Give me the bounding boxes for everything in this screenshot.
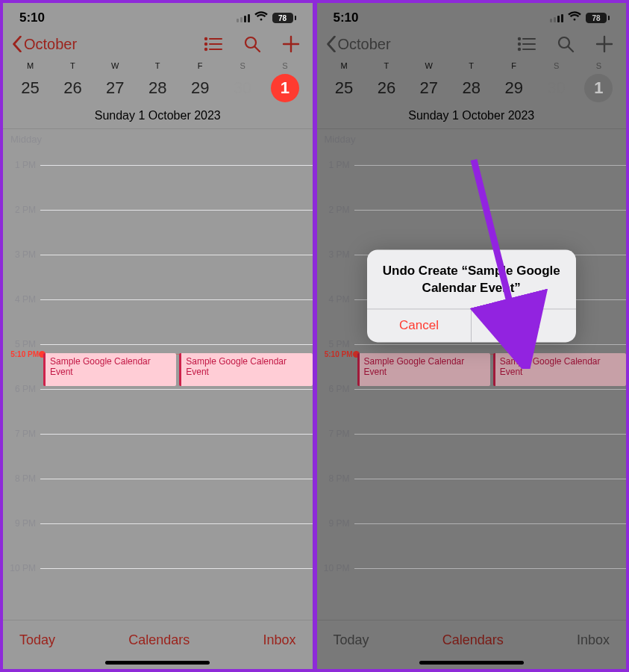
status-bar: 5:10 78 [3,3,313,28]
hour-label: 1 PM [317,160,354,170]
hour-label: 4 PM [317,294,354,305]
inbox-button[interactable]: Inbox [577,632,610,648]
today-button[interactable]: Today [19,632,55,648]
hour-label: 9 PM [317,518,354,529]
day-30[interactable]: 30 [222,73,264,103]
event-region: Sample Google Calendar Event Sample Goog… [357,353,627,386]
svg-point-14 [519,49,520,50]
day-1-selected[interactable]: 1 [264,73,307,103]
event-region: Sample Google Calendar Event Sample Goog… [43,353,313,386]
hour-label: 7 PM [317,429,354,439]
calendar-day-view: 5:10 78 October [3,3,313,669]
event-block[interactable]: Sample Google Calendar Event [493,353,626,386]
hour-label: 2 PM [317,205,354,215]
wifi-icon [254,10,268,25]
weekday-row: M T W T F S S [3,57,313,70]
dow: F [492,61,535,70]
nav-bar: October [317,28,627,57]
battery-icon: 78 [272,13,296,23]
calendars-button[interactable]: Calendars [442,632,504,648]
home-indicator[interactable] [105,661,210,665]
hour-label: 2 PM [3,205,40,215]
back-label: October [24,36,77,53]
hour-label: 6 PM [317,384,354,394]
dow: S [535,61,578,70]
hour-label: 5 PM [317,339,354,349]
wifi-icon [568,10,581,25]
dow: M [323,61,366,70]
undo-alert: Undo Create “Sample Google Calendar Even… [367,250,576,342]
hour-label: 3 PM [3,249,40,260]
hour-label: 7 PM [3,429,40,439]
back-button[interactable]: October [12,36,77,53]
dow: T [365,61,407,70]
hour-label: 10 PM [3,563,40,573]
hour-label: 3 PM [317,249,354,260]
alert-undo-button[interactable]: Undo [471,309,576,342]
alert-cancel-button[interactable]: Cancel [367,309,472,342]
day-27[interactable]: 27 [407,73,450,103]
dow: S [222,61,264,70]
day-27[interactable]: 27 [94,73,137,103]
search-icon[interactable] [242,34,262,54]
svg-point-2 [204,43,206,45]
hour-label: 4 PM [3,294,40,305]
hour-label: 10 PM [317,563,354,573]
list-icon[interactable] [517,34,536,54]
inbox-button[interactable]: Inbox [263,632,295,648]
event-block[interactable]: Sample Google Calendar Event [179,353,312,386]
status-icons: 78 [550,10,610,25]
home-indicator[interactable] [419,661,524,665]
dow: T [137,61,179,70]
event-block[interactable]: Sample Google Calendar Event [357,353,490,386]
back-button[interactable]: October [326,36,391,53]
svg-line-7 [254,47,260,52]
status-time: 5:10 [19,10,45,25]
dow: W [407,61,450,70]
svg-line-17 [569,47,574,52]
day-28[interactable]: 28 [450,73,492,103]
event-block[interactable]: Sample Google Calendar Event [43,353,176,386]
day-25[interactable]: 25 [323,73,366,103]
status-time: 5:10 [334,10,359,25]
search-icon[interactable] [556,34,575,54]
svg-point-12 [519,43,520,45]
cellular-icon [550,14,563,22]
day-29[interactable]: 29 [179,73,222,103]
timeline[interactable]: Midday 1 PM 2 PM 3 PM 4 PM 5 PM 6 PM 7 P… [317,129,627,620]
day-28[interactable]: 28 [137,73,179,103]
battery-icon: 78 [586,13,610,23]
day-1-selected[interactable]: 1 [578,73,620,103]
timeline[interactable]: Midday 1 PM 2 PM 3 PM 4 PM 5 PM 6 PM 7 P… [3,129,313,620]
current-date: Sunday 1 October 2023 [317,108,627,128]
list-icon[interactable] [204,34,223,54]
day-30[interactable]: 30 [535,73,578,103]
hour-label: 8 PM [3,473,40,484]
add-icon[interactable] [595,34,614,54]
add-icon[interactable] [281,34,301,54]
back-label: October [338,36,391,53]
dow: S [264,61,307,70]
status-icons: 78 [237,10,296,25]
hour-label: 5 PM [3,339,40,349]
svg-point-10 [519,38,520,40]
week-days: 25 26 27 28 29 30 1 [317,70,627,108]
week-days: 25 26 27 28 29 30 1 [3,70,313,108]
status-bar: 5:10 78 [317,3,627,28]
hour-label: 8 PM [317,473,354,484]
current-date: Sunday 1 October 2023 [3,108,313,128]
nav-bar: October [3,28,313,57]
hour-label: 9 PM [3,518,40,529]
day-25[interactable]: 25 [9,73,51,103]
day-26[interactable]: 26 [365,73,407,103]
day-29[interactable]: 29 [492,73,535,103]
dow: M [9,61,51,70]
hour-label: 1 PM [3,160,40,170]
calendars-button[interactable]: Calendars [128,632,190,648]
svg-point-4 [204,49,206,50]
dow: T [51,61,94,70]
day-26[interactable]: 26 [51,73,94,103]
today-button[interactable]: Today [334,632,369,648]
svg-point-0 [204,38,206,40]
dow: S [578,61,620,70]
